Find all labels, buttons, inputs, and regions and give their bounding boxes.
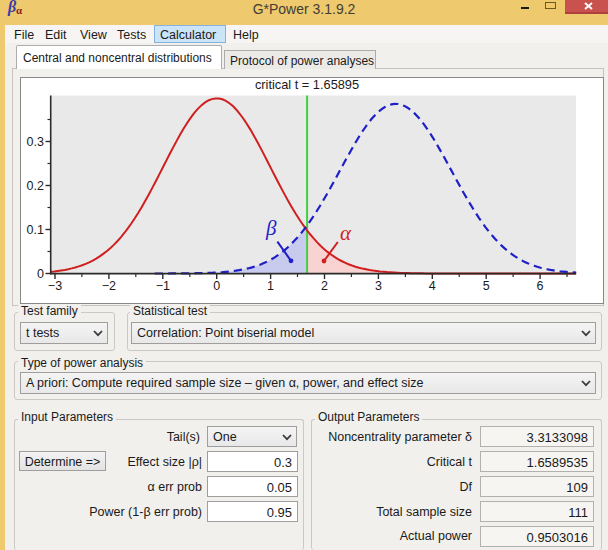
svg-text:6: 6 [537,279,544,293]
svg-text:−3: −3 [48,279,62,293]
svg-text:4: 4 [429,279,436,293]
svg-text:5: 5 [483,279,490,293]
svg-text:α: α [340,221,352,245]
svg-text:critical t = 1.65895: critical t = 1.65895 [255,78,359,92]
svg-text:0: 0 [213,279,220,293]
svg-text:3: 3 [375,279,382,293]
svg-text:1: 1 [267,279,274,293]
svg-text:0.1: 0.1 [27,223,44,237]
svg-text:2: 2 [321,279,328,293]
svg-text:0: 0 [37,267,44,281]
svg-text:−2: −2 [102,279,116,293]
svg-text:β: β [265,216,277,240]
svg-text:−1: −1 [156,279,170,293]
svg-text:0.3: 0.3 [27,135,44,149]
svg-text:0.2: 0.2 [27,179,44,193]
